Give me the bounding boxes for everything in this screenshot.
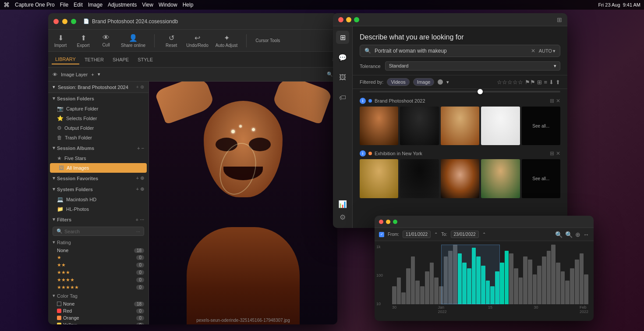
menu-view[interactable]: View	[142, 2, 153, 8]
menu-window[interactable]: Window	[159, 2, 177, 8]
filter-star-icon[interactable]: ☆☆☆☆☆	[497, 79, 523, 85]
zoom-fit-button[interactable]: ⊕	[575, 231, 580, 238]
panel-sidebar-settings-button[interactable]: ⚙	[336, 210, 349, 224]
filter-more-button[interactable]: ···	[140, 217, 144, 222]
section-info-icon-2[interactable]: i	[360, 150, 366, 157]
colortag-orange-row[interactable]: Orange 0	[48, 314, 149, 321]
main-image-viewer[interactable]	[149, 82, 337, 324]
sidebar-item-capture-folder[interactable]: 📷 Capture Folder	[48, 104, 149, 114]
maximize-button[interactable]	[71, 19, 76, 24]
reset-button[interactable]: ↺ Reset	[163, 34, 179, 48]
panel-minimize-button[interactable]	[346, 17, 351, 22]
export-button[interactable]: ⬆ Export	[75, 34, 91, 48]
filter-image-button[interactable]: Image	[413, 78, 435, 86]
undo-redo-button[interactable]: ↩ Undo/Redo	[186, 34, 209, 48]
photo-thumb-2-4[interactable]	[481, 159, 520, 198]
photo-thumb-1-2[interactable]	[400, 107, 439, 145]
sidebar-item-all-images[interactable]: 🖼 All Images	[50, 163, 147, 173]
rating-2star-row[interactable]: ★★ 0	[48, 261, 149, 269]
chart-close-button[interactable]	[379, 220, 383, 224]
filter-search-more[interactable]: ···	[136, 229, 140, 234]
photo-thumb-2-3[interactable]	[441, 159, 479, 198]
photo-thumb-1-see-all[interactable]: See all...	[522, 107, 560, 145]
panel-maximize-button[interactable]	[354, 17, 359, 22]
filter-download-icon[interactable]: ⬇	[549, 79, 554, 85]
zoom-expand-button[interactable]: ↔	[583, 231, 589, 238]
app-name[interactable]: Capture One Pro	[15, 2, 55, 8]
panel-sidebar-chat-button[interactable]: 💬	[336, 51, 349, 64]
menu-help[interactable]: Help	[183, 2, 194, 8]
filter-flag-icon[interactable]: ⚑⚑	[525, 79, 535, 85]
slider-thumb[interactable]	[478, 89, 483, 94]
filter-add-button[interactable]: +	[135, 217, 138, 222]
minimize-button[interactable]	[62, 19, 67, 24]
chart-maximize-button[interactable]	[393, 220, 397, 224]
colortag-yellow-row[interactable]: Yellow 0	[48, 321, 149, 324]
filter-videos-button[interactable]: Videos	[387, 78, 409, 86]
menu-adjustments[interactable]: Adjustments	[108, 2, 137, 8]
rating-header[interactable]: ▾ Rating	[48, 238, 149, 247]
system-folders-header[interactable]: ▾ System Folders + ⊕	[48, 184, 149, 195]
filter-search-input[interactable]: Search	[64, 229, 80, 234]
panel-close-button[interactable]	[338, 17, 343, 22]
section-2-close-icon[interactable]: ✕	[556, 150, 560, 157]
panel-sidebar-grid-button[interactable]: ⊞	[336, 31, 349, 44]
sidebar-item-hl-photos[interactable]: 📁 HL-Photos	[48, 204, 149, 214]
zoom-out-button[interactable]: 🔍	[565, 231, 573, 238]
share-online-button[interactable]: 👤 Share online	[121, 34, 145, 48]
rating-1star-row[interactable]: ★ 0	[48, 254, 149, 261]
chart-enabled-checkbox[interactable]: ✓	[379, 232, 384, 237]
cursor-tools-button[interactable]: Cursor Tools	[255, 38, 280, 43]
add-session-button[interactable]: + ⊕	[136, 84, 144, 90]
sidebar-item-output-folder[interactable]: ⚙ Output Folder	[48, 123, 149, 133]
menu-image[interactable]: Image	[88, 2, 103, 8]
sidebar-item-trash-folder[interactable]: 🗑 Trash Folder	[48, 133, 149, 142]
photo-thumb-2-2[interactable]	[400, 159, 439, 198]
photo-thumb-1-3[interactable]	[441, 107, 479, 145]
similarity-slider[interactable]	[360, 91, 560, 93]
panel-sidebar-image-button[interactable]: 🖼	[336, 71, 349, 84]
photo-thumb-1-1[interactable]	[360, 107, 398, 145]
to-date-input[interactable]: 23/01/2022	[451, 231, 479, 238]
tab-tether[interactable]: TETHER	[81, 55, 107, 64]
rating-none-row[interactable]: None 18	[48, 247, 149, 254]
panel-sidebar-tag-button[interactable]: 🏷	[336, 91, 349, 104]
section-1-close-icon[interactable]: ✕	[556, 98, 560, 104]
session-folders-header[interactable]: ▾ Session Folders	[48, 93, 149, 104]
filter-circle-button[interactable]	[438, 79, 443, 85]
photo-thumb-2-see-all[interactable]: See all...	[522, 159, 560, 198]
section-2-expand-icon[interactable]: ⊞	[550, 150, 554, 157]
date-chevron-1[interactable]: ⌃	[434, 232, 438, 237]
zoom-in-button[interactable]: 🔍	[555, 231, 563, 238]
rating-3star-row[interactable]: ★★★ 0	[48, 269, 149, 276]
sidebar-item-selects-folder[interactable]: ⭐ Selects Folder	[48, 114, 149, 123]
chart-minimize-button[interactable]	[386, 220, 390, 224]
filter-list-icon[interactable]: ≡	[544, 79, 547, 85]
filter-search-bar[interactable]: 🔍 Search ···	[53, 227, 144, 236]
filter-grid-icon[interactable]: ⊞	[537, 79, 542, 85]
apple-menu[interactable]: ⌘	[4, 1, 10, 8]
add-album-button[interactable]: + −	[137, 146, 144, 151]
colortag-header[interactable]: ▾ Color Tag	[48, 291, 149, 300]
tab-shape[interactable]: SHAPE	[109, 55, 132, 64]
panel-sidebar-chart-button[interactable]: 📊	[336, 197, 349, 210]
layer-settings-icon[interactable]: ▾	[98, 71, 100, 77]
photo-thumb-1-4[interactable]	[481, 107, 520, 145]
date-chevron-2[interactable]: ⌃	[482, 232, 486, 237]
ai-search-input[interactable]: Portrait of woman with makeup	[375, 48, 527, 54]
menu-file[interactable]: File	[60, 2, 68, 8]
auto-adjust-button[interactable]: ✦ Auto Adjust	[216, 34, 238, 48]
sidebar-item-macintosh-hd[interactable]: 💻 Macintosh HD	[48, 195, 149, 204]
session-favorites-header[interactable]: ▾ Session Favorites + ⊕	[48, 173, 149, 184]
search-auto-label[interactable]: AUTO ▾	[539, 48, 556, 54]
cull-button[interactable]: 👁 Cull	[98, 34, 114, 47]
layer-label[interactable]: Image Layer	[61, 72, 88, 77]
sidebar-item-five-stars[interactable]: ★ Five Stars	[48, 153, 149, 163]
rating-4star-row[interactable]: ★★★★ 0	[48, 276, 149, 284]
section-info-icon-1[interactable]: i	[360, 98, 366, 104]
from-date-input[interactable]: 11/01/2022	[403, 231, 431, 238]
colortag-none-row[interactable]: None 18	[48, 300, 149, 307]
ai-search-bar[interactable]: 🔍 Portrait of woman with makeup ✕ AUTO ▾	[360, 45, 560, 57]
close-button[interactable]	[53, 19, 59, 24]
search-clear-button[interactable]: ✕	[531, 48, 535, 54]
